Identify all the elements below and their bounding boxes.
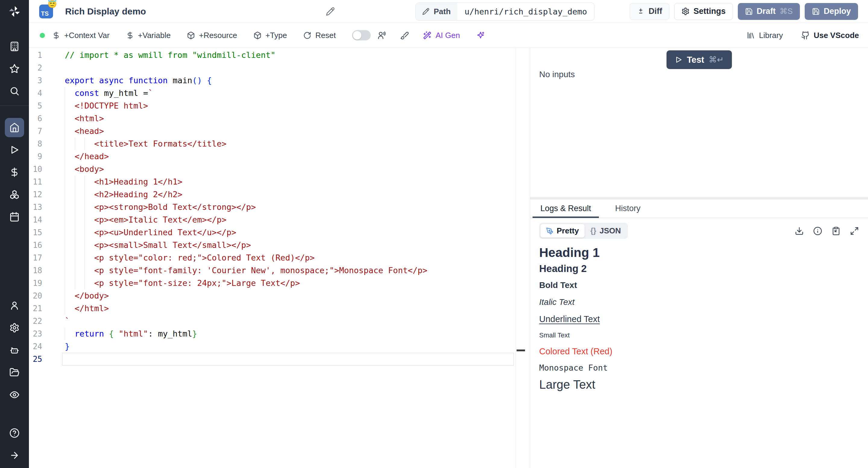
pen-nib-icon <box>546 227 553 235</box>
add-variable-label: +Variable <box>138 31 171 40</box>
typescript-badge-label: TS <box>41 10 49 17</box>
path-label: Path <box>434 7 451 16</box>
sidebar-item-help[interactable] <box>5 423 24 443</box>
code-line-23: 23 return { "html": my_html} <box>29 327 516 340</box>
add-context-var-button[interactable]: +Context Var <box>52 31 110 40</box>
path-field[interactable]: Path u/henri/rich_display_demo <box>415 2 595 21</box>
ai-gen-label: AI Gen <box>435 31 460 40</box>
view-toggle: Pretty {} JSON <box>539 223 628 239</box>
test-shortcut: ⌘↵ <box>709 55 724 64</box>
library-label: Library <box>759 31 783 40</box>
package-icon <box>187 31 195 39</box>
sidebar-item-star[interactable] <box>5 59 24 79</box>
save-draft-icon <box>745 7 753 16</box>
sidebar-item-user[interactable] <box>5 296 24 315</box>
reset-button[interactable]: Reset <box>303 31 336 40</box>
code-line-15: 15 <p><u>Underlined Text</u></p> <box>29 226 516 239</box>
sidebar-item-gear[interactable] <box>5 318 24 338</box>
sidebar-item-dollar[interactable] <box>5 163 24 182</box>
output-large-text: Large Text <box>539 378 859 391</box>
view-json-button[interactable]: {} JSON <box>585 224 627 238</box>
sidebar-item-search[interactable] <box>5 81 24 101</box>
dollar-icon <box>126 31 134 39</box>
script-emoji: 😇 <box>48 0 57 8</box>
code-editor[interactable]: 1// import * as wmill from "windmill-cli… <box>29 48 516 468</box>
info-icon[interactable] <box>813 227 822 235</box>
no-inputs-text: No inputs <box>539 70 859 79</box>
sidebar-item-eye[interactable] <box>5 385 24 404</box>
edit-path-pencil-icon <box>422 8 430 15</box>
add-resource-label: +Resource <box>199 31 237 40</box>
sidebar-item-arrow-right[interactable] <box>5 446 24 465</box>
code-line-8: 8 <title>Text Formats</title> <box>29 138 516 150</box>
pretty-label: Pretty <box>557 226 579 235</box>
add-resource-button[interactable]: +Resource <box>187 31 237 40</box>
use-vscode-button[interactable]: Use VScode <box>801 31 859 40</box>
view-pretty-button[interactable]: Pretty <box>540 224 585 238</box>
windmill-logo-icon[interactable] <box>0 0 29 23</box>
horizontal-splitter[interactable] <box>530 197 868 199</box>
play-icon <box>675 56 682 64</box>
settings-button[interactable]: Settings <box>674 3 733 20</box>
code-line-3: 3export async function main() { <box>29 74 516 87</box>
gear-icon <box>681 7 689 16</box>
expand-icon[interactable] <box>850 227 859 235</box>
code-line-17: 17 <p style="color: red;">Colored Text (… <box>29 252 516 264</box>
sidebar-item-cubes[interactable] <box>5 185 24 204</box>
save-deploy-icon <box>812 7 820 16</box>
editor-toolbar: +Context Var +Variable +Resource +Type R… <box>29 23 868 48</box>
output-small-text: Small Text <box>539 331 859 339</box>
code-line-19: 19 <p style="font-size: 24px;">Large Tex… <box>29 277 516 290</box>
clipboard-copy-icon[interactable] <box>832 227 841 235</box>
panel-resize-handle[interactable] <box>517 350 525 351</box>
multiplayer-users-icon[interactable] <box>377 31 386 40</box>
diff-label: Diff <box>649 7 662 16</box>
add-variable-button[interactable]: +Variable <box>126 31 171 40</box>
sidebar-item-building[interactable] <box>5 37 24 56</box>
result-output: Heading 1Heading 2Bold TextItalic TextUn… <box>530 241 868 394</box>
code-line-6: 6 <html> <box>29 112 516 125</box>
code-line-11: 11 <h1>Heading 1</h1> <box>29 175 516 188</box>
download-icon[interactable] <box>795 227 804 235</box>
output-underline-text: Underlined Text <box>539 314 859 324</box>
library-button[interactable]: Library <box>747 31 783 40</box>
edit-summary-pencil-icon[interactable] <box>326 7 335 16</box>
format-brush-icon[interactable] <box>400 31 409 40</box>
tab-history[interactable]: History <box>614 199 642 218</box>
code-line-22: 22` <box>29 315 516 327</box>
output-mono-text: Monospace Font <box>539 363 859 372</box>
sidebar-item-play[interactable] <box>5 140 24 159</box>
code-line-10: 10 <body> <box>29 163 516 175</box>
test-button[interactable]: Test ⌘↵ <box>666 50 732 69</box>
draft-shortcut: ⌘S <box>780 7 793 16</box>
settings-label: Settings <box>693 7 726 16</box>
magic-wand-icon <box>423 31 432 40</box>
sidebar-divider <box>0 106 29 106</box>
diff-icon <box>637 7 645 16</box>
right-panel: Test ⌘↵ No inputs Logs & Result History <box>530 48 868 468</box>
code-line-20: 20 </body> <box>29 290 516 302</box>
code-line-1: 1// import * as wmill from "windmill-cli… <box>29 49 516 61</box>
sidebar <box>0 0 29 468</box>
page-title: Rich Display demo <box>65 6 146 17</box>
draft-button[interactable]: Draft ⌘S <box>738 3 800 20</box>
toolbar-right: Library Use VScode <box>747 31 859 40</box>
ai-gen-button[interactable]: AI Gen <box>423 31 460 40</box>
add-type-button[interactable]: +Type <box>253 31 287 40</box>
ai-sparkles-icon[interactable] <box>476 31 485 40</box>
code-line-24: 24} <box>29 340 516 353</box>
multiplayer-toggle[interactable] <box>352 30 371 40</box>
package-icon <box>253 31 261 39</box>
braces-icon: {} <box>590 227 596 235</box>
deploy-button[interactable]: Deploy <box>805 3 858 20</box>
header: TS 😇 Rich Display demo Path u/henri/rich… <box>29 0 868 23</box>
sidebar-item-home[interactable] <box>5 118 24 137</box>
sidebar-item-folder[interactable] <box>5 363 24 382</box>
diff-button[interactable]: Diff <box>629 3 670 20</box>
sidebar-item-calendar[interactable] <box>5 207 24 227</box>
code-lines: 1// import * as wmill from "windmill-cli… <box>29 49 516 365</box>
tab-logs-result[interactable]: Logs & Result <box>539 199 592 218</box>
sidebar-item-worker[interactable] <box>5 341 24 360</box>
content-split: 1// import * as wmill from "windmill-cli… <box>29 48 868 468</box>
json-label: JSON <box>599 226 621 235</box>
